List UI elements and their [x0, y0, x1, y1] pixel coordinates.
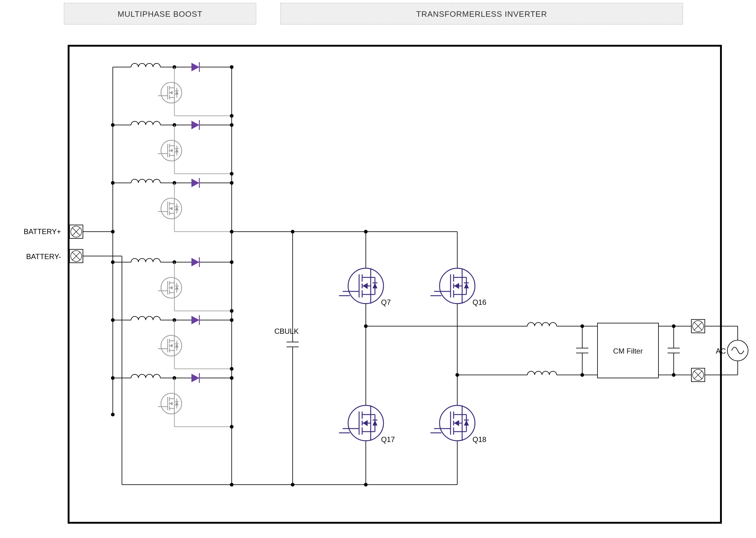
svg-point-125 — [364, 483, 368, 487]
diode-icon — [186, 120, 204, 130]
svg-point-138 — [580, 373, 584, 377]
label-q18: Q18 — [472, 435, 486, 444]
header-right-label: TRANSFORMERLESS INVERTER — [416, 10, 547, 19]
svg-point-146 — [672, 373, 675, 377]
inductor-icon — [128, 121, 165, 125]
svg-point-109 — [230, 367, 234, 371]
svg-point-111 — [230, 425, 234, 429]
inductor-icon — [128, 316, 165, 320]
diode-icon — [186, 178, 204, 188]
svg-point-103 — [111, 413, 115, 416]
header-left-label: MULTIPHASE BOOST — [118, 10, 202, 19]
svg-point-67 — [230, 172, 234, 176]
mosfet-icon — [158, 140, 182, 161]
terminal-battery-minus — [70, 249, 83, 263]
inductor-icon — [128, 374, 165, 378]
cap-filter-right-icon — [668, 338, 680, 363]
boost-phase-3 — [111, 178, 234, 234]
mosfet-icon — [158, 393, 182, 414]
label-battery-minus: BATTERY- — [26, 252, 61, 261]
svg-point-77 — [230, 181, 234, 185]
svg-point-137 — [580, 324, 584, 328]
svg-point-78 — [111, 230, 115, 234]
terminal-battery-plus — [70, 225, 83, 239]
svg-point-57 — [230, 114, 234, 118]
label-ac: AC — [716, 347, 726, 355]
boost-phase-2 — [111, 120, 234, 185]
label-q17: Q17 — [381, 435, 395, 444]
diode-icon — [186, 257, 204, 267]
svg-point-59 — [230, 65, 234, 69]
mosfet-icon — [158, 198, 182, 219]
boost-phase-1 — [111, 62, 234, 127]
svg-point-107 — [230, 309, 234, 313]
mosfet-q18-icon — [430, 405, 475, 441]
inductor-icon — [128, 179, 165, 183]
terminal-ac-top — [691, 319, 705, 333]
inductor-icon — [128, 258, 165, 262]
inductor-icon — [128, 63, 165, 67]
mosfet-icon — [158, 335, 182, 356]
mosfet-icon — [158, 82, 182, 103]
mosfet-q16-icon — [430, 268, 475, 303]
cbulk-capacitor-icon — [287, 332, 299, 357]
boost-phase-4 — [111, 257, 232, 322]
svg-point-110 — [230, 376, 234, 380]
terminal-ac-bot — [691, 368, 705, 382]
label-cbulk: CBULK — [274, 327, 299, 335]
schematic-frame — [69, 46, 721, 523]
svg-point-68 — [230, 123, 234, 127]
diode-icon — [186, 373, 204, 383]
inductor-out-bot-icon — [524, 371, 561, 375]
svg-point-145 — [672, 324, 675, 328]
label-cmfilter: CM Filter — [613, 347, 643, 355]
svg-point-106 — [230, 260, 234, 264]
label-q16: Q16 — [472, 298, 486, 306]
boost-phase-6 — [111, 373, 232, 427]
mosfet-q7-icon — [339, 268, 384, 303]
label-battery-plus: BATTERY+ — [24, 227, 61, 236]
boost-phase-5 — [111, 315, 232, 380]
svg-point-124 — [364, 230, 368, 234]
cap-filter-left-icon — [576, 338, 588, 363]
ac-source-icon — [728, 340, 748, 361]
diode-icon — [186, 62, 204, 72]
svg-point-117 — [291, 230, 295, 234]
label-q7: Q7 — [381, 298, 391, 306]
svg-point-118 — [291, 483, 295, 487]
mosfet-q17-icon — [339, 405, 384, 441]
diode-icon — [186, 315, 204, 325]
svg-point-108 — [230, 318, 234, 322]
svg-point-86 — [111, 260, 115, 264]
mosfet-icon — [158, 277, 182, 298]
inductor-out-top-icon — [524, 322, 561, 326]
